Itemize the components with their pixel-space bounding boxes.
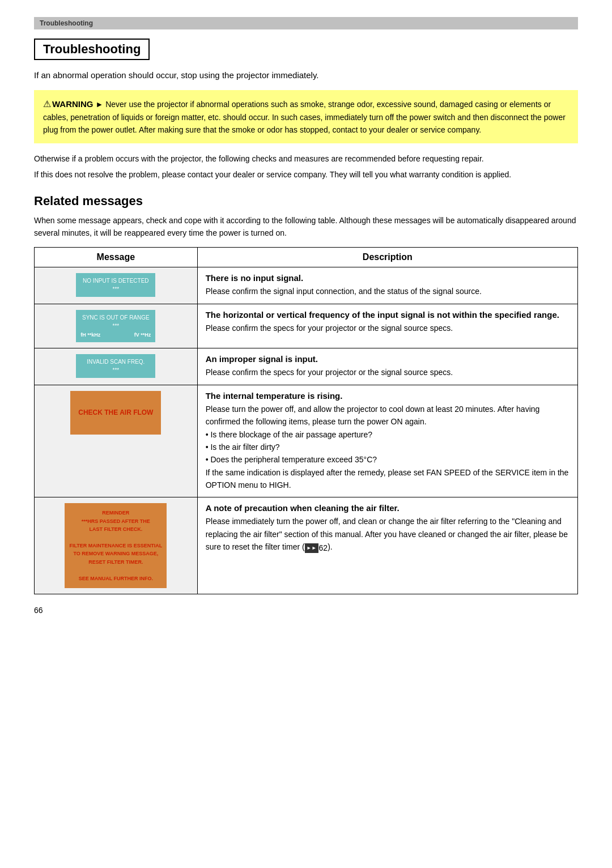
desc-normal-1: Please confirm the signal input connecti… <box>206 287 482 296</box>
message-display-2: SYNC IS OUT OF RANGE*** fH **kHz fV **Hz <box>76 310 155 343</box>
messages-intro: When some message appears, check and cop… <box>34 214 578 240</box>
breadcrumb: Troubleshooting <box>34 17 578 29</box>
table-row: REMINDER ***HRS PASSED AFTER THELAST FIL… <box>35 497 578 594</box>
message-cell-5: REMINDER ***HRS PASSED AFTER THELAST FIL… <box>35 497 198 594</box>
desc-bold-3: An improper signal is input. <box>206 354 570 364</box>
section-title: Troubleshooting <box>34 39 150 60</box>
message-display-5: REMINDER ***HRS PASSED AFTER THELAST FIL… <box>65 503 167 588</box>
page-ref: ►►62 <box>305 542 328 554</box>
warning-triangle-icon: ⚠ <box>43 99 51 109</box>
page-number: 66 <box>34 606 578 615</box>
desc-bold-2: The horizontal or vertical frequency of … <box>206 310 570 320</box>
message-display-3: INVALID SCAN FREQ.*** <box>76 354 155 378</box>
desc-normal-2: Please confirm the specs for your projec… <box>206 324 453 333</box>
message-cell-4: CHECK THE AIR FLOW <box>35 385 198 497</box>
page-container: Troubleshooting Troubleshooting If an ab… <box>0 0 612 868</box>
message-display-4: CHECK THE AIR FLOW <box>70 391 161 435</box>
related-messages-heading: Related messages <box>34 194 578 209</box>
intro-text: If an abnormal operation should occur, s… <box>34 69 578 82</box>
warning-text: Never use the projector if abnormal oper… <box>43 100 566 135</box>
desc-bold-1: There is no input signal. <box>206 273 570 283</box>
desc-normal-3: Please confirm the specs for your projec… <box>206 368 453 377</box>
desc-bold-4: The internal temperature is rising. <box>206 391 570 401</box>
table-row: CHECK THE AIR FLOW The internal temperat… <box>35 385 578 497</box>
desc-bold-5: A note of precaution when cleaning the a… <box>206 503 570 513</box>
desc-cell-5: A note of precaution when cleaning the a… <box>197 497 577 594</box>
table-row: NO INPUT IS DETECTED*** There is no inpu… <box>35 267 578 304</box>
body-text-1: Otherwise if a problem occurs with the p… <box>34 152 578 165</box>
warning-label: WARNING <box>52 99 94 109</box>
message-display-1: NO INPUT IS DETECTED*** <box>76 273 155 297</box>
desc-cell-1: There is no input signal. Please confirm… <box>197 267 577 304</box>
table-row: INVALID SCAN FREQ.*** An improper signal… <box>35 348 578 385</box>
col-header-message: Message <box>35 248 198 267</box>
desc-cell-4: The internal temperature is rising. Plea… <box>197 385 577 497</box>
col-header-description: Description <box>197 248 577 267</box>
desc-normal-5: Please immediately turn the power off, a… <box>206 517 568 551</box>
desc-normal-4: Please turn the power off, and allow the… <box>206 405 569 490</box>
body-text-2: If this does not resolve the problem, pl… <box>34 168 578 181</box>
message-cell-3: INVALID SCAN FREQ.*** <box>35 348 198 385</box>
desc-cell-3: An improper signal is input. Please conf… <box>197 348 577 385</box>
message-cell-2: SYNC IS OUT OF RANGE*** fH **kHz fV **Hz <box>35 304 198 348</box>
messages-table: Message Description NO INPUT IS DETECTED… <box>34 247 578 594</box>
table-row: SYNC IS OUT OF RANGE*** fH **kHz fV **Hz… <box>35 304 578 348</box>
warning-box: ⚠WARNING ► Never use the projector if ab… <box>34 90 578 143</box>
page-ref-icon: ►► <box>305 543 318 552</box>
message-cell-1: NO INPUT IS DETECTED*** <box>35 267 198 304</box>
desc-cell-2: The horizontal or vertical frequency of … <box>197 304 577 348</box>
